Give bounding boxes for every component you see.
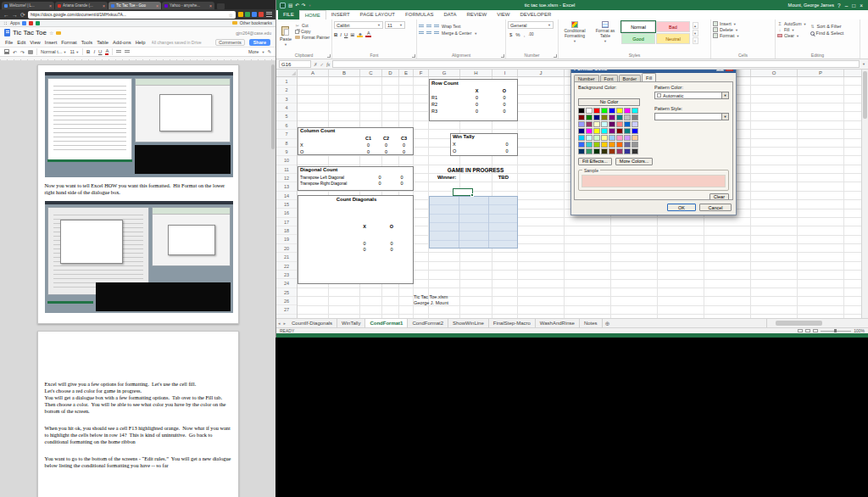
row-header[interactable]: 18 [276,226,297,235]
bold-button[interactable]: B [86,49,90,54]
more-colors-button[interactable]: More Colors... [615,158,654,165]
paint-format-icon[interactable] [28,50,33,54]
horizontal-scrollbar[interactable] [766,319,868,327]
sheet-tab[interactable]: CondFormat1 [365,319,408,327]
undo-icon[interactable]: ↶ [13,49,17,55]
docs-menu-item[interactable]: Help [136,40,146,45]
row-header[interactable]: 24 [276,279,297,288]
ribbon-tab[interactable]: VIEW [492,10,515,20]
column-header[interactable]: C [360,70,382,76]
palette-color-swatch[interactable] [632,148,638,154]
palette-color-swatch[interactable] [593,121,600,127]
row-header[interactable]: 2 [276,86,297,94]
game-status[interactable]: GAME IN PROGRESS Winner: TBD [429,167,522,180]
horizontal-scroll-thumb[interactable] [776,321,822,326]
palette-color-swatch[interactable] [632,135,638,141]
row-header[interactable]: 1 [276,77,297,86]
tab-close-icon[interactable]: × [156,3,159,8]
menu-icon[interactable] [266,12,272,17]
palette-color-swatch[interactable] [593,128,600,134]
percent-button[interactable]: % [515,32,520,37]
column-header[interactable]: D [382,70,399,76]
palette-color-swatch[interactable] [593,142,600,148]
palette-color-swatch[interactable] [624,121,631,127]
fill-effects-button[interactable]: Fill Effects... [578,158,612,165]
cell-style-chip[interactable]: Neutral [656,33,690,44]
row-header[interactable]: 12 [276,174,297,182]
edit-mode-pencil-icon[interactable]: ✎ [267,49,271,54]
browser-tab[interactable]: Yahoo - anywhe... × [162,2,214,9]
row-header[interactable]: 20 [276,244,297,253]
back-icon[interactable]: ← [3,12,9,18]
undo-icon[interactable]: ↶ [295,3,299,8]
extension-icon[interactable] [259,12,264,17]
bookmark-favicon[interactable] [22,21,26,25]
sheet-tab[interactable]: CondFormat2 [408,319,448,327]
cancel-entry-icon[interactable]: ✗ [314,62,318,67]
extension-icon[interactable] [238,12,243,17]
palette-color-swatch[interactable] [624,148,631,154]
docs-menu-item[interactable]: Tools [81,40,93,45]
expand-formula-bar-icon[interactable]: ▼ [862,62,865,66]
maximize-button[interactable]: □ [852,3,855,8]
palette-color-swatch[interactable] [601,128,608,134]
apps-grid-icon[interactable] [3,21,8,25]
row-header[interactable]: 7 [276,130,297,138]
tab-close-icon[interactable]: × [49,3,52,8]
doc-star-icon[interactable]: ☆ [49,30,53,36]
palette-color-swatch[interactable] [609,142,615,148]
cells-button[interactable]: Insert ▼ [713,21,773,26]
row-header[interactable]: 17 [276,218,297,226]
align-left-icon[interactable] [116,50,121,54]
workbook-credit[interactable]: Tic Tac Toe.xlsm George J. Mount [414,294,448,306]
row-header[interactable]: 11 [276,165,297,174]
row-header[interactable]: 25 [276,288,297,297]
palette-color-swatch[interactable] [578,135,585,141]
gallery-down-icon[interactable]: ▼ [693,30,698,36]
palette-color-swatch[interactable] [586,148,593,154]
font-size-select[interactable]: 11▼ [70,49,79,54]
style-select[interactable]: Normal t...▼ [41,49,66,54]
sheet-tab[interactable]: CountIf-Diagonals [287,319,337,327]
align-middle-icon[interactable] [426,25,431,29]
palette-color-swatch[interactable] [616,142,623,148]
browser-tab[interactable]: Welcome! | L... × [2,2,54,9]
clear-button[interactable]: Clear▼ [777,33,807,38]
extension-icon[interactable] [252,12,257,17]
doc-move-folder-icon[interactable] [56,31,61,35]
italic-button[interactable]: I [340,32,342,37]
diagonal-count-box[interactable]: Diagonal Count Transpose Left Diagonal 0… [298,166,414,191]
bookmark-star-icon[interactable]: ☆ [229,12,233,18]
vertical-scroll-thumb[interactable] [863,71,867,119]
dialog-tab[interactable]: Font [600,75,618,81]
tab-close-icon[interactable]: × [209,3,212,8]
paste-button[interactable]: Paste ▼ [278,21,293,52]
bookmark-favicon[interactable] [29,21,33,25]
fill-color-button[interactable]: ◈ [357,32,363,37]
format-painter-button[interactable]: Format Painter [295,35,330,40]
palette-color-swatch[interactable] [593,135,600,141]
embedded-screenshot-1[interactable] [45,72,233,177]
align-top-icon[interactable] [419,25,424,29]
cell-style-chip[interactable]: Bad [656,21,690,32]
account-email[interactable]: gjm264@case.edu [236,31,271,36]
save-icon[interactable]: ▤ [288,3,292,8]
ribbon-tab[interactable]: DATA [438,10,461,20]
cancel-button[interactable]: Cancel [699,204,732,211]
column-header[interactable]: Q [844,70,861,76]
palette-color-swatch[interactable] [586,121,593,127]
wrap-text-button[interactable]: Wrap Text [442,24,460,29]
print-icon[interactable] [4,49,9,54]
cells-button[interactable]: Delete ▼ [713,27,773,32]
column-header[interactable]: H [460,70,492,76]
ok-button[interactable]: OK [667,204,696,211]
tab-close-icon[interactable]: × [103,3,105,8]
sheet-tab[interactable]: WinTally [337,319,365,327]
row-header[interactable]: 10 [276,156,297,165]
currency-button[interactable]: $ [509,32,512,37]
redo-icon[interactable]: ↷ [20,49,25,55]
row-header[interactable]: 26 [276,297,297,305]
palette-color-swatch[interactable] [593,114,600,120]
palette-color-swatch[interactable] [632,128,638,134]
font-name-select[interactable]: Calibri▼ [334,21,383,29]
